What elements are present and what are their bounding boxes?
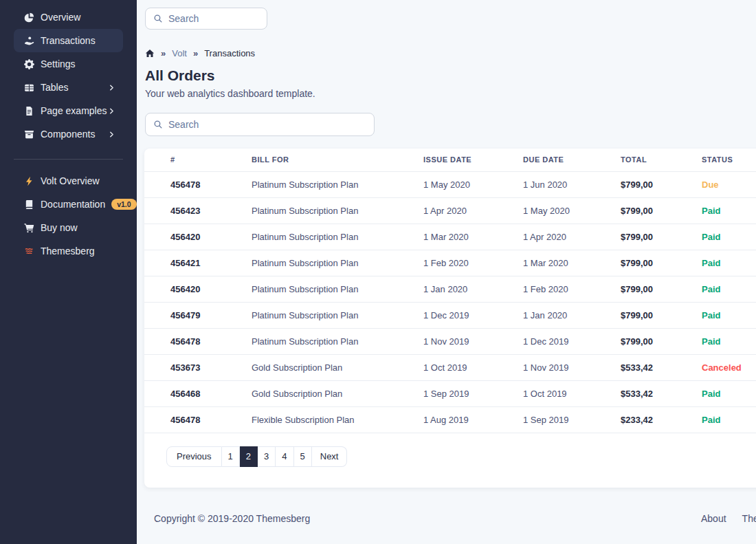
status-cell: Paid: [691, 406, 756, 433]
bill-for-cell: Platinum Subscription Plan: [241, 197, 412, 224]
footer-link-about[interactable]: About: [701, 513, 726, 524]
status-cell: Paid: [691, 380, 756, 406]
status-cell: Canceled: [691, 354, 756, 380]
sidebar-item-themesberg[interactable]: Themesberg: [14, 239, 123, 263]
status-badge: Paid: [702, 206, 720, 216]
lightning-bolt-icon: [24, 176, 34, 186]
column-header-number: #: [144, 149, 241, 171]
breadcrumb-current-transactions: Transactions: [204, 49, 255, 58]
order-id-cell: 456478: [144, 171, 241, 197]
table-row: 456423Platinum Subscription Plan1 Apr 20…: [144, 197, 756, 224]
status-badge: Paid: [702, 310, 720, 320]
orders-search-input[interactable]: [168, 119, 366, 130]
footer-link-themesberg[interactable]: Themesberg: [742, 513, 756, 524]
footer: Copyright © 2019-2020 Themesberg AboutTh…: [154, 513, 756, 527]
issue-date-cell: 1 Jan 2020: [412, 276, 512, 302]
table-row: 456421Platinum Subscription Plan1 Feb 20…: [144, 250, 756, 276]
table-icon: [24, 83, 34, 93]
footer-links: AboutThemesberg: [701, 513, 756, 524]
home-icon[interactable]: [145, 49, 155, 58]
bill-for-cell: Platinum Subscription Plan: [241, 224, 412, 250]
issue-date-cell: 1 Feb 2020: [412, 250, 512, 276]
sidebar-item-label: Page examples: [41, 105, 107, 116]
total-cell: $799,00: [610, 328, 691, 354]
bill-for-cell: Platinum Subscription Plan: [241, 250, 412, 276]
orders-search[interactable]: [145, 113, 375, 136]
sidebar-item-tables[interactable]: Tables: [14, 76, 123, 99]
pagination-page-1[interactable]: 1: [222, 446, 240, 467]
sidebar-secondary-nav: Volt OverviewDocumentationv1.0Buy nowThe…: [0, 169, 137, 263]
order-id-cell: 456479: [144, 302, 241, 328]
status-badge: Due: [702, 179, 719, 190]
sidebar-item-label: Buy now: [41, 222, 78, 233]
pagination-next[interactable]: Next: [312, 446, 348, 467]
sidebar-primary-nav: OverviewTransactionsSettingsTablesPage e…: [0, 6, 137, 146]
pagination-page-2[interactable]: 2: [240, 446, 258, 467]
status-badge: Paid: [702, 232, 720, 242]
order-id-cell: 456421: [144, 250, 241, 276]
bill-for-cell: Platinum Subscription Plan: [241, 171, 412, 197]
table-row: 456420Platinum Subscription Plan1 Mar 20…: [144, 224, 756, 250]
total-cell: $533,42: [610, 380, 691, 406]
sidebar-item-transactions[interactable]: Transactions: [14, 29, 123, 52]
issue-date-cell: 1 Oct 2019: [412, 354, 512, 380]
order-id-cell: 456423: [144, 197, 241, 224]
orders-table: #BILL FORISSUE DATEDUE DATETOTALSTATUS 4…: [144, 149, 756, 433]
pagination-page-4[interactable]: 4: [276, 446, 293, 467]
topbar-search[interactable]: [145, 8, 267, 30]
table-row: 456468Gold Subscription Plan1 Sep 20191 …: [144, 380, 756, 406]
sidebar-item-documentation[interactable]: Documentationv1.0: [14, 193, 123, 216]
sidebar-item-page-examples[interactable]: Page examples: [14, 99, 123, 122]
due-date-cell: 1 May 2020: [512, 197, 610, 224]
due-date-cell: 1 Nov 2019: [512, 354, 610, 380]
table-row: 456478Flexible Subscription Plan1 Aug 20…: [144, 406, 756, 433]
bill-for-cell: Platinum Subscription Plan: [241, 328, 412, 354]
total-cell: $799,00: [610, 197, 691, 224]
breadcrumb-link-volt[interactable]: Volt: [172, 49, 187, 58]
pagination-row: Previous12345Next Sh: [166, 446, 756, 467]
pagination-page-5[interactable]: 5: [294, 446, 312, 467]
sidebar-item-settings[interactable]: Settings: [14, 52, 123, 76]
total-cell: $799,00: [610, 276, 691, 302]
bill-for-cell: Gold Subscription Plan: [241, 380, 412, 406]
book-icon: [24, 199, 34, 210]
gear-icon: [24, 59, 34, 69]
sidebar-item-volt-overview[interactable]: Volt Overview: [14, 169, 123, 193]
column-header-total: TOTAL: [610, 149, 691, 171]
pagination-previous[interactable]: Previous: [166, 446, 222, 467]
table-row: 456478Platinum Subscription Plan1 May 20…: [144, 171, 756, 197]
pagination-page-3[interactable]: 3: [258, 446, 276, 467]
status-badge: Paid: [702, 258, 720, 268]
status-cell: Paid: [691, 276, 756, 302]
bill-for-cell: Flexible Subscription Plan: [241, 406, 412, 433]
breadcrumb: » Volt » Transactions: [145, 48, 756, 58]
issue-date-cell: 1 Apr 2020: [412, 197, 512, 224]
order-id-cell: 453673: [144, 354, 241, 380]
due-date-cell: 1 Oct 2019: [512, 380, 610, 406]
chevron-right-icon: [108, 131, 115, 138]
footer-copyright: Copyright © 2019-2020 Themesberg: [154, 513, 310, 524]
sidebar: OverviewTransactionsSettingsTablesPage e…: [0, 0, 137, 544]
sidebar-divider: [14, 159, 123, 160]
issue-date-cell: 1 Sep 2019: [412, 380, 512, 406]
topbar-search-input[interactable]: [168, 13, 259, 24]
document-icon: [24, 106, 34, 116]
table-row: 453673Gold Subscription Plan1 Oct 20191 …: [144, 354, 756, 380]
sidebar-item-components[interactable]: Components: [14, 122, 123, 146]
status-cell: Due: [691, 171, 756, 197]
due-date-cell: 1 Jan 2020: [512, 302, 610, 328]
version-badge: v1.0: [111, 199, 136, 210]
due-date-cell: 1 Apr 2020: [512, 224, 610, 250]
sidebar-item-label: Overview: [41, 12, 80, 23]
orders-card: #BILL FORISSUE DATEDUE DATETOTALSTATUS 4…: [144, 149, 756, 488]
components-box-icon: [24, 129, 34, 140]
sidebar-item-overview[interactable]: Overview: [14, 6, 123, 29]
issue-date-cell: 1 Nov 2019: [412, 328, 512, 354]
status-cell: Paid: [691, 250, 756, 276]
bill-for-cell: Platinum Subscription Plan: [241, 276, 412, 302]
sidebar-item-label: Tables: [41, 82, 68, 93]
sidebar-item-buy-now[interactable]: Buy now: [14, 216, 123, 239]
page-subtitle: Your web analytics dashboard template.: [145, 89, 756, 98]
total-cell: $799,00: [610, 224, 691, 250]
sidebar-item-label: Themesberg: [41, 246, 95, 257]
